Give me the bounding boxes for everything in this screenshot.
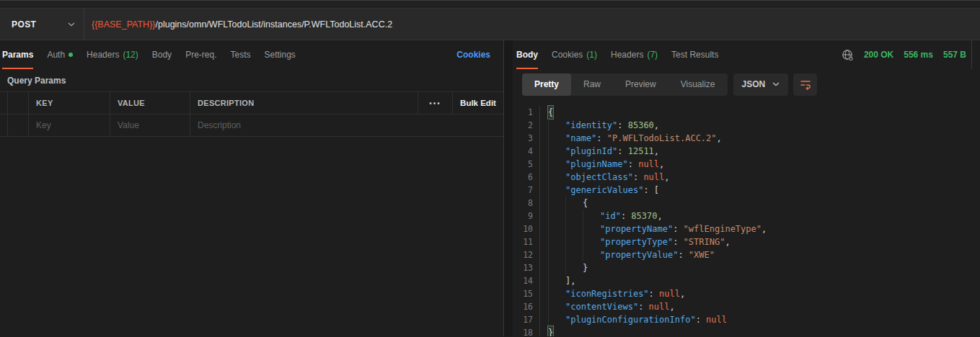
code-token: 12511 — [628, 145, 654, 158]
auth-status-dot — [69, 53, 73, 57]
code-token: : — [673, 223, 683, 235]
code-token: , — [762, 223, 767, 235]
code-token: null — [643, 171, 664, 184]
column-header-description: DESCRIPTION — [198, 99, 254, 107]
key-input[interactable]: Key — [36, 120, 51, 130]
line-number: 10 — [513, 223, 540, 235]
url-path: /plugins/omn/WFLTodoList/instances/P.WFL… — [155, 19, 392, 30]
description-input[interactable]: Description — [198, 120, 241, 130]
indent-guide — [548, 300, 565, 313]
code-line: 1{ — [513, 106, 980, 119]
bulk-edit-button[interactable]: Bulk Edit — [452, 92, 503, 114]
code-token: , — [657, 210, 662, 223]
code-token: : — [678, 248, 688, 261]
code-token: "genericValues" — [565, 184, 643, 197]
status-badge[interactable]: 200 OK — [864, 50, 893, 60]
request-bar: POST {{BASE_PATH}}/plugins/omn/WFLTodoLi… — [0, 9, 980, 40]
query-params-table: KEY VALUE DESCRIPTION ••• Bulk Edit Key … — [0, 91, 503, 137]
response-panel: Body Cookies (1) Headers (7) Test Result… — [513, 40, 980, 336]
line-number: 5 — [513, 158, 540, 171]
line-number: 2 — [513, 119, 540, 132]
code-token: , — [680, 287, 685, 300]
cookies-link[interactable]: Cookies — [456, 50, 496, 60]
code-line: 10"propertyName": "wflEngineType", — [513, 223, 980, 235]
more-options-icon[interactable]: ••• — [418, 92, 452, 114]
method-selector[interactable]: POST — [0, 9, 84, 40]
code-token: : — [633, 171, 643, 184]
view-visualize[interactable]: Visualize — [668, 73, 728, 96]
code-line: 3"name": "P.WFLTodoList.ACC.2", — [513, 132, 980, 145]
code-token: : — [673, 235, 683, 248]
tab-body[interactable]: Body — [152, 40, 172, 69]
response-size[interactable]: 557 B — [943, 50, 966, 60]
line-number: 7 — [513, 184, 540, 197]
url-variable: {{BASE_PATH}} — [92, 19, 155, 30]
code-line: 16"contentViews": null, — [513, 300, 980, 313]
tab-test-results[interactable]: Test Results — [671, 40, 718, 69]
code-line: 11"propertyType": "STRING", — [513, 235, 980, 248]
code-token: : — [621, 210, 631, 223]
query-params-empty-row: Key Value Description — [0, 114, 503, 137]
tab-params[interactable]: Params — [2, 40, 33, 69]
line-number: 8 — [513, 197, 540, 210]
code-line: 7"genericValues": [ — [513, 184, 980, 197]
code-token: "P.WFLTodoList.ACC.2" — [607, 132, 717, 145]
tab-response-body[interactable]: Body — [516, 40, 538, 69]
indent-guide — [583, 223, 600, 235]
view-raw[interactable]: Raw — [571, 73, 613, 96]
code-token: : — [696, 313, 706, 326]
code-token: null — [659, 287, 680, 300]
line-number: 12 — [513, 248, 540, 261]
code-line: 5"pluginName": null, — [513, 158, 980, 171]
code-token: "identity" — [565, 119, 617, 132]
code-token: 85370 — [631, 210, 657, 223]
indent-guide — [565, 261, 583, 274]
code-token: "objectClass" — [565, 171, 633, 184]
code-line: 6"objectClass": null, — [513, 171, 980, 184]
line-number: 11 — [513, 235, 540, 248]
tab-settings[interactable]: Settings — [265, 40, 296, 69]
response-body-editor[interactable]: 1{2"identity": 85360,3"name": "P.WFLTodo… — [513, 99, 980, 336]
response-time[interactable]: 556 ms — [904, 50, 933, 60]
query-params-header-row: KEY VALUE DESCRIPTION ••• Bulk Edit — [0, 92, 503, 114]
format-dropdown-label: JSON — [742, 79, 766, 89]
code-line: 8{ — [513, 197, 980, 210]
tab-tests[interactable]: Tests — [230, 40, 250, 69]
line-number: 16 — [513, 300, 540, 313]
tab-response-headers[interactable]: Headers (7) — [611, 40, 658, 69]
format-dropdown[interactable]: JSON — [733, 73, 789, 96]
indent-guide — [548, 287, 565, 300]
code-token: "id" — [600, 210, 621, 223]
view-preview[interactable]: Preview — [613, 73, 668, 96]
line-number: 6 — [513, 171, 540, 184]
code-token: : — [649, 287, 659, 300]
code-token: null — [706, 313, 727, 326]
code-line: 4"pluginId": 12511, — [513, 145, 980, 158]
indent-guide — [565, 248, 583, 261]
indent-guide — [548, 119, 565, 132]
code-token: , — [725, 235, 730, 248]
network-globe-lock-icon[interactable] — [842, 49, 854, 61]
indent-guide — [565, 210, 583, 223]
line-number: 17 — [513, 313, 540, 326]
panel-divider[interactable] — [504, 40, 513, 336]
code-line: 13} — [513, 261, 980, 274]
code-token: } — [583, 261, 588, 274]
code-token: : — [617, 119, 627, 132]
url-input[interactable]: {{BASE_PATH}}/plugins/omn/WFLTodoList/in… — [84, 9, 980, 40]
line-number: 18 — [513, 326, 540, 336]
tab-auth[interactable]: Auth — [47, 40, 73, 69]
code-token: , — [654, 145, 659, 158]
code-line: 18} — [513, 326, 980, 336]
indent-guide — [583, 248, 600, 261]
tab-headers[interactable]: Headers (12) — [87, 40, 138, 69]
value-input[interactable]: Value — [118, 120, 139, 130]
method-label: POST — [12, 19, 36, 30]
response-meta: 200 OK 556 ms 557 B — [842, 40, 972, 69]
view-pretty[interactable]: Pretty — [522, 73, 571, 96]
indent-guide — [565, 223, 583, 235]
line-number: 15 — [513, 287, 540, 300]
tab-pre-request[interactable]: Pre-req. — [185, 40, 216, 69]
tab-response-cookies[interactable]: Cookies (1) — [552, 40, 597, 69]
wrap-text-button[interactable] — [793, 73, 817, 96]
